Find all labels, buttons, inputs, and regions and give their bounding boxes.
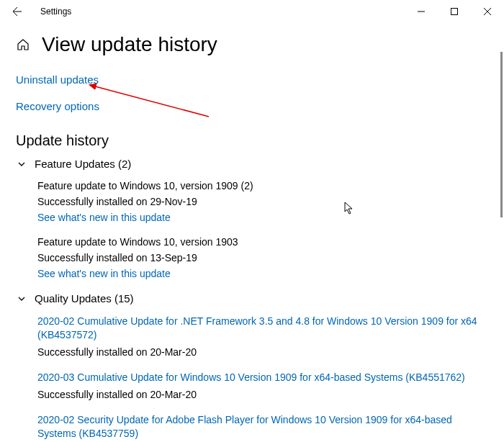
quality-update-link[interactable]: 2020-03 Cumulative Update for Windows 10… <box>37 371 484 384</box>
update-title: Feature update to Windows 10, version 19… <box>37 180 484 191</box>
update-status: Successfully installed on 20-Mar-20 <box>37 346 484 358</box>
whats-new-link[interactable]: See what's new in this update <box>37 212 171 223</box>
feature-updates-label: Feature Updates (2) <box>35 158 131 170</box>
content-area: View update history Uninstall updates Re… <box>0 23 504 442</box>
uninstall-updates-link[interactable]: Uninstall updates <box>16 73 99 86</box>
feature-updates-group-header[interactable]: Feature Updates (2) <box>16 158 484 170</box>
quality-update-link[interactable]: 2020-02 Security Update for Adobe Flash … <box>37 413 484 441</box>
update-item: 2020-03 Cumulative Update for Windows 10… <box>37 371 484 400</box>
update-item: Feature update to Windows 10, version 19… <box>37 236 484 279</box>
titlebar: Settings <box>0 0 504 23</box>
whats-new-link[interactable]: See what's new in this update <box>37 268 171 279</box>
window-controls <box>405 0 504 23</box>
quality-update-link[interactable]: 2020-02 Cumulative Update for .NET Frame… <box>37 315 484 342</box>
svg-rect-0 <box>451 9 458 15</box>
minimize-icon <box>418 8 425 15</box>
update-status: Successfully installed on 29-Nov-19 <box>37 196 484 207</box>
maximize-button[interactable] <box>438 0 471 23</box>
minimize-button[interactable] <box>405 0 438 23</box>
back-arrow-icon <box>12 6 23 17</box>
chevron-down-icon <box>16 293 27 305</box>
maximize-icon <box>451 8 458 15</box>
quality-updates-group-header[interactable]: Quality Updates (15) <box>16 292 484 305</box>
update-history-heading: Update history <box>16 132 484 149</box>
home-icon[interactable] <box>16 37 30 52</box>
scrollbar-thumb[interactable] <box>500 52 503 217</box>
page-title: View update history <box>42 33 217 56</box>
close-icon <box>484 8 491 15</box>
close-button[interactable] <box>471 0 504 23</box>
quality-updates-label: Quality Updates (15) <box>35 292 134 305</box>
chevron-down-icon <box>16 158 27 170</box>
update-item: 2020-02 Cumulative Update for .NET Frame… <box>37 315 484 358</box>
update-item: 2020-02 Security Update for Adobe Flash … <box>37 413 484 441</box>
update-title: Feature update to Windows 10, version 19… <box>37 236 484 248</box>
recovery-options-link[interactable]: Recovery options <box>16 100 99 112</box>
window-title: Settings <box>40 6 71 17</box>
page-header: View update history <box>16 33 484 56</box>
back-button[interactable] <box>6 0 29 23</box>
update-status: Successfully installed on 13-Sep-19 <box>37 252 484 263</box>
update-status: Successfully installed on 20-Mar-20 <box>37 389 484 400</box>
update-item: Feature update to Windows 10, version 19… <box>37 180 484 223</box>
